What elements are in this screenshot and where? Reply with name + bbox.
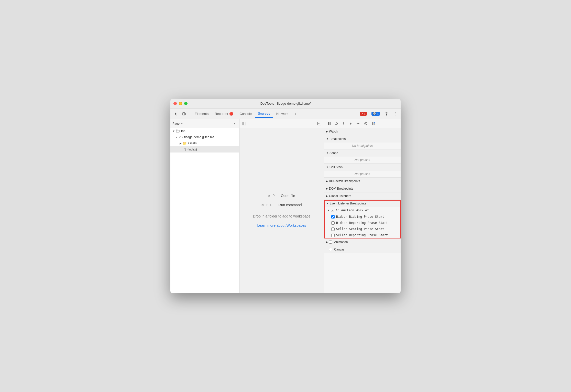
section-global-listeners-header[interactable]: ▶ Global Listeners xyxy=(324,192,401,200)
deactivate-icon xyxy=(364,122,368,125)
chevron-right-icon: ▶ xyxy=(326,241,328,243)
tree-item-fledge-demo[interactable]: ▼ fledge-demo.glitch.me xyxy=(170,134,239,140)
tab-recorder[interactable]: Recorder 🔴 xyxy=(212,110,236,118)
section-breakpoints-header[interactable]: ▼ Breakpoints xyxy=(324,135,401,143)
step-out-button[interactable] xyxy=(348,121,354,126)
step-over-button[interactable] xyxy=(333,121,339,126)
animation-checkbox[interactable] xyxy=(329,241,332,244)
messages-badge-button[interactable]: 💬 1 xyxy=(370,111,381,116)
step-into-button[interactable] xyxy=(341,121,347,126)
svg-rect-3 xyxy=(176,130,179,132)
section-canvas-header[interactable]: ▶ Canvas xyxy=(324,246,401,253)
section-scope-label: Scope xyxy=(330,151,338,155)
error-count: 1 xyxy=(364,112,366,115)
left-panel: Page » ⋮ ▼ top ▼ xyxy=(170,119,239,293)
scope-not-paused-text: Not paused xyxy=(355,158,370,162)
tree-label-index: (index) xyxy=(188,148,197,151)
close-button[interactable] xyxy=(173,102,177,105)
section-watch-header[interactable]: ▶ Watch xyxy=(324,128,401,135)
device-toggle-button[interactable] xyxy=(181,111,188,117)
tree-item-top[interactable]: ▼ top xyxy=(170,128,239,134)
section-event-listener-header[interactable]: ▼ Event Listener Breakpoints xyxy=(324,200,401,207)
no-breakpoints-text: No breakpoints xyxy=(352,144,373,148)
step-icon xyxy=(356,122,360,125)
section-event-listener-label: Event Listener Breakpoints xyxy=(330,202,366,205)
maximize-button[interactable] xyxy=(184,102,188,105)
deactivate-breakpoints-button[interactable] xyxy=(363,121,369,126)
tree-label-assets: assets xyxy=(188,141,197,145)
tab-sources[interactable]: Sources xyxy=(255,110,273,118)
seller-reporting-checkbox[interactable] xyxy=(331,234,335,237)
section-canvas-label: Canvas xyxy=(334,248,345,251)
messages-badge: 💬 1 xyxy=(371,112,380,116)
section-callstack-header[interactable]: ▼ Call Stack xyxy=(324,164,401,171)
message-icon: 💬 xyxy=(373,112,376,115)
traffic-lights xyxy=(173,102,188,105)
sub-section-ad-auction[interactable]: ▼ − Ad Auction Worklet xyxy=(324,207,401,214)
panel-left-icon xyxy=(242,122,246,125)
center-toolbar xyxy=(239,119,324,128)
more-chevron: » xyxy=(181,122,183,125)
section-watch-label: Watch xyxy=(329,130,338,133)
panel-menu-button[interactable]: ⋮ xyxy=(232,121,237,126)
chevron-down-icon: ▼ xyxy=(326,202,328,205)
tab-elements[interactable]: Elements xyxy=(192,110,211,118)
section-global-listeners-label: Global Listeners xyxy=(329,194,351,198)
canvas-checkbox[interactable] xyxy=(329,248,332,251)
tree-item-assets[interactable]: ▶ 📁 assets xyxy=(170,140,239,146)
section-scope-header[interactable]: ▼ Scope xyxy=(324,149,401,157)
section-xhr-label: XHR/fetch Breakpoints xyxy=(329,179,360,183)
tree-item-index[interactable]: ▶ (index) xyxy=(170,146,239,153)
section-animation-header[interactable]: ▶ Animation xyxy=(324,238,401,246)
section-dom-header[interactable]: ▶ DOM Breakpoints xyxy=(324,185,401,192)
pause-button[interactable] xyxy=(326,121,332,126)
section-breakpoints: ▼ Breakpoints No breakpoints xyxy=(324,135,401,149)
svg-rect-10 xyxy=(330,122,331,125)
bidder-reporting-checkbox[interactable] xyxy=(331,221,335,225)
minus-checkbox-icon: − xyxy=(331,209,334,212)
chevron-down-icon: ▼ xyxy=(327,209,330,212)
seller-scoring-checkbox[interactable] xyxy=(331,227,335,231)
section-animation: ▶ Animation xyxy=(324,238,401,246)
pause-exceptions-button[interactable]: ! xyxy=(370,121,376,126)
section-canvas: ▶ Canvas xyxy=(324,246,401,253)
bidder-bidding-checkbox[interactable] xyxy=(331,215,335,219)
open-file-label: Open file xyxy=(281,194,295,198)
svg-marker-18 xyxy=(358,123,359,124)
section-watch: ▶ Watch xyxy=(324,128,401,135)
drop-text: Drop in a folder to add to workspace xyxy=(253,214,311,218)
tab-network[interactable]: Network xyxy=(274,110,291,118)
chevron-right-icon: ▶ xyxy=(326,187,328,190)
errors-badge-button[interactable]: ✕ 1 xyxy=(358,111,368,116)
show-debugger-button[interactable] xyxy=(317,121,322,126)
chevron-right-icon: ▶ xyxy=(326,130,328,133)
tab-console[interactable]: Console xyxy=(237,110,254,118)
tab-more[interactable]: » xyxy=(292,110,299,118)
error-badge: ✕ 1 xyxy=(360,112,367,116)
section-callstack-label: Call Stack xyxy=(330,165,343,169)
cursor-tool-button[interactable] xyxy=(172,111,180,117)
kebab-icon: ⋮ xyxy=(393,111,397,116)
more-options-button[interactable]: ⋮ xyxy=(392,110,399,117)
svg-marker-16 xyxy=(350,123,352,124)
step-into-icon xyxy=(342,122,345,125)
workspace-link[interactable]: Learn more about Workspaces xyxy=(257,223,306,227)
bidder-reporting-label: Bidder Reporting Phase Start xyxy=(336,221,388,225)
settings-button[interactable] xyxy=(383,111,390,117)
minimize-button[interactable] xyxy=(179,102,182,105)
devtools-window: DevTools - fledge-demo.glitch.me/ Elemen… xyxy=(170,99,401,293)
expand-icon: ▼ xyxy=(172,130,175,133)
step-out-icon xyxy=(349,122,353,125)
window-title: DevTools - fledge-demo.glitch.me/ xyxy=(260,102,311,105)
right-panel: ! ▶ Watch ▼ Breakpoints xyxy=(324,119,401,293)
file-icon xyxy=(183,148,186,151)
svg-line-21 xyxy=(365,123,367,125)
show-navigator-button[interactable] xyxy=(241,121,247,126)
section-xhr-header[interactable]: ▶ XHR/fetch Breakpoints xyxy=(324,178,401,185)
svg-marker-14 xyxy=(343,124,344,125)
step-over-icon xyxy=(335,122,338,125)
svg-rect-0 xyxy=(183,113,185,115)
tree-label-fledge: fledge-demo.glitch.me xyxy=(184,135,214,139)
callstack-not-paused-text: Not paused xyxy=(355,172,370,176)
step-button[interactable] xyxy=(355,121,361,126)
